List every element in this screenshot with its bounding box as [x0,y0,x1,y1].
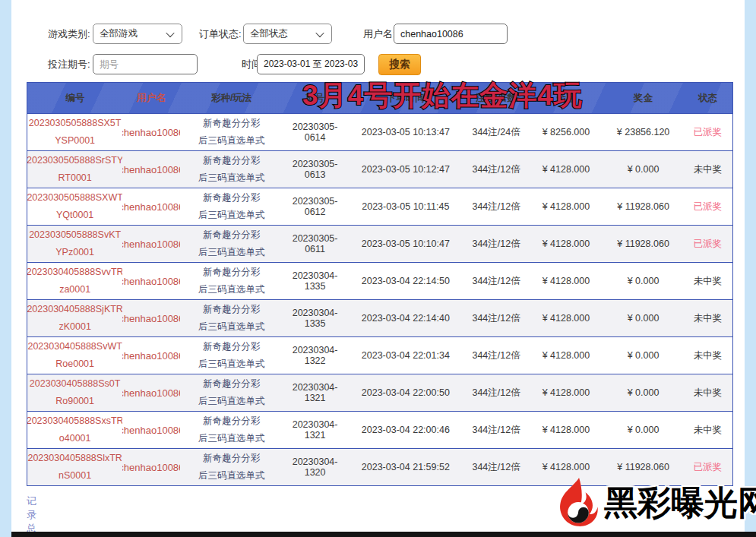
order-id-link[interactable]: 2023030405888SvvTRza0001 [27,264,122,299]
row-username: chenhao10086 [122,226,180,262]
row-prize: ¥ 11928.060 [603,226,683,262]
row-username: chenhao10086 [122,151,180,188]
row-prize: ¥ 0.000 [603,151,683,188]
table-row: 2023030405888SxsTRo40001 chenhao10086 新奇… [27,411,732,448]
order-id-link[interactable]: 2023030405888SvWTRoe0001 [27,338,122,373]
row-period: 20230304-1321 [283,412,347,448]
row-amount: ¥ 4128.000 [529,151,603,188]
row-play-method: 后三码直选单式 [198,244,265,261]
row-bets-multiplier: 344注/12倍 [463,374,528,411]
row-lottery-type: 新奇趣分分彩 [203,375,260,393]
time-range-input[interactable] [257,54,365,74]
row-bets-multiplier: 344注/12倍 [463,151,528,188]
row-lottery: 新奇趣分分彩 后三码直选单式 [180,337,283,374]
flame-eye-logo-icon [552,475,604,530]
row-prize: ¥ 11928.060 [603,188,683,225]
col-header-status: 状态 [683,83,732,113]
order-status-label: 订单状态: [199,24,242,44]
row-order-time: 2023-03-04 22:00:46 [347,412,463,448]
order-id-link[interactable]: 2023030405888SjKTRzK0001 [27,301,122,336]
row-order-time: 2023-03-04 22:00:50 [347,374,463,411]
table-body: 2023030505888SX5TYSP0001 chenhao10086 新奇… [27,113,732,485]
row-play-method: 后三码直选单式 [198,169,265,187]
row-play-method: 后三码直选单式 [198,281,265,299]
bet-period-input[interactable] [93,54,198,74]
watermark-text: 黑彩曝光网 [604,481,756,526]
row-bets-multiplier: 344注/12倍 [463,226,528,262]
row-bets-multiplier: 344注/12倍 [463,449,528,485]
row-status-badge: 已派奖 [683,188,732,225]
row-period: 20230305-0614 [283,114,347,150]
row-status-badge: 未中奖 [683,151,732,188]
order-id-link[interactable]: 2023030405888Ss0TRo90001 [27,375,122,410]
row-status-badge: 已派奖 [683,114,732,150]
row-status-badge: 未中奖 [683,374,732,411]
order-id-link[interactable]: 2023030505888SXWTYQt0001 [27,189,122,224]
row-username: chenhao10086 [122,412,180,448]
row-order-time: 2023-03-05 10:10:47 [347,226,463,262]
row-username: chenhao10086 [122,188,180,225]
col-header-lottery: 彩种/玩法 [180,83,283,113]
row-order-time: 2023-03-04 21:59:52 [347,449,463,485]
table-row: 2023030505888SXWTYQt0001 chenhao10086 新奇… [27,188,732,225]
row-play-method: 后三码直选单式 [198,318,265,336]
table-row: 2023030405888SjKTRzK0001 chenhao10086 新奇… [27,299,732,336]
row-amount: ¥ 8256.000 [529,114,603,150]
row-lottery-type: 新奇趣分分彩 [203,115,260,132]
row-lottery-type: 新奇趣分分彩 [203,450,260,467]
row-play-method: 后三码直选单式 [198,355,265,373]
row-period: 20230305-0612 [283,188,347,225]
row-lottery: 新奇趣分分彩 后三码直选单式 [180,412,283,448]
username-input[interactable] [394,24,508,44]
row-prize: ¥ 0.000 [603,337,683,374]
row-period: 20230304-1335 [283,300,347,336]
order-status-select[interactable]: 全部状态 [243,24,332,44]
row-lottery-type: 新奇趣分分彩 [203,152,260,169]
row-amount: ¥ 4128.000 [529,300,603,336]
col-header-id: 编号 [27,83,122,113]
records-summary: 记录总数: 104, 页数: 9/11 [27,494,46,537]
game-category-select[interactable]: 全部游戏 [93,24,182,44]
row-lottery-type: 新奇趣分分彩 [203,412,260,430]
order-id-link[interactable]: 2023030505888SrSTYRT0001 [27,152,122,187]
row-lottery: 新奇趣分分彩 后三码直选单式 [180,114,283,150]
order-id-link[interactable]: 2023030505888SvKTYPz0001 [27,226,122,261]
order-id-link[interactable]: 2023030405888SxsTRo40001 [27,412,122,447]
table-row: 2023030505888SrSTYRT0001 chenhao10086 新奇… [27,150,732,188]
row-username: chenhao10086 [122,114,180,150]
row-username: chenhao10086 [122,300,180,336]
row-play-method: 后三码直选单式 [198,393,265,410]
row-lottery-type: 新奇趣分分彩 [203,189,260,207]
order-id-link[interactable]: 2023030405888SlxTRnS0001 [27,450,122,485]
col-header-prize: 奖金 [603,83,683,113]
row-order-time: 2023-03-04 22:01:34 [347,337,463,374]
chevron-down-icon [315,28,324,36]
row-lottery: 新奇趣分分彩 后三码直选单式 [180,300,283,336]
row-lottery: 新奇趣分分彩 后三码直选单式 [180,263,283,299]
row-prize: ¥ 0.000 [603,412,683,448]
row-lottery: 新奇趣分分彩 后三码直选单式 [180,151,283,188]
row-lottery-type: 新奇趣分分彩 [203,264,260,281]
row-prize: ¥ 0.000 [603,374,683,411]
row-bets-multiplier: 344注/24倍 [463,114,528,150]
row-amount: ¥ 4128.000 [529,337,603,374]
row-status-badge: 未中奖 [683,263,732,299]
row-order-time: 2023-03-05 10:13:47 [347,114,463,150]
row-lottery: 新奇趣分分彩 后三码直选单式 [180,188,283,225]
row-username: chenhao10086 [122,337,180,374]
row-period: 20230304-1321 [283,374,347,411]
row-period: 20230304-1320 [283,449,347,485]
row-play-method: 后三码直选单式 [198,207,265,224]
chevron-down-icon [166,28,174,36]
page-root: 游戏类别: 全部游戏 订单状态: 全部状态 用户名: 投注期号: 时间: 搜索 … [0,0,756,537]
row-prize: ¥ 23856.120 [603,114,683,150]
search-button[interactable]: 搜索 [378,54,421,75]
game-category-value: 全部游戏 [100,27,138,40]
table-row: 2023030505888SvKTYPz0001 chenhao10086 新奇… [27,225,732,262]
game-category-label: 游戏类别: [48,24,90,44]
row-username: chenhao10086 [122,449,180,485]
order-id-link[interactable]: 2023030505888SX5TYSP0001 [27,115,122,150]
row-amount: ¥ 4128.000 [529,412,603,448]
bet-period-label: 投注期号: [48,54,90,74]
row-status-badge: 未中奖 [683,412,732,448]
